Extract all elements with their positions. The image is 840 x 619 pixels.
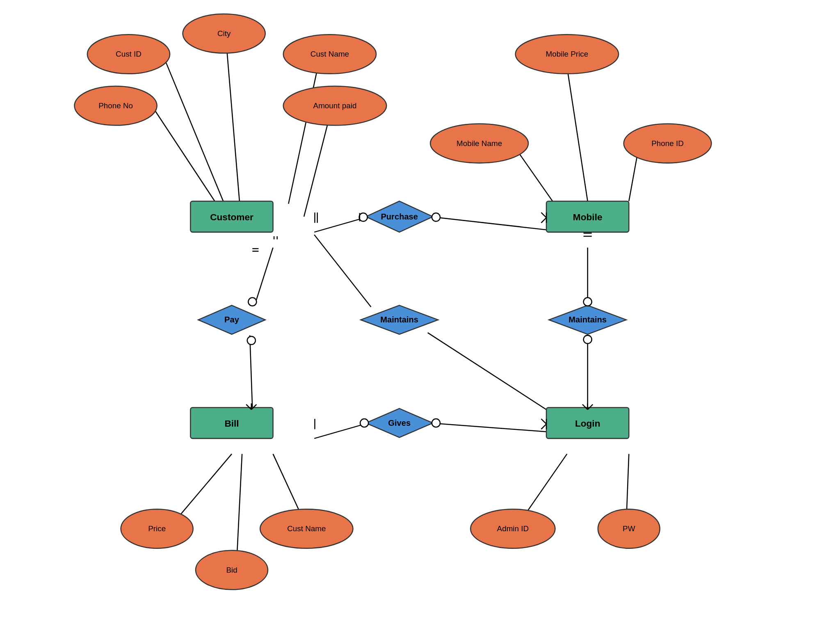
entity-bill-label: Bill: [224, 418, 239, 429]
relationship-maintains-left-label: Maintains: [380, 315, 418, 324]
svg-point-25: [359, 213, 368, 221]
svg-line-18: [175, 454, 232, 521]
relationship-maintains-right-label: Maintains: [568, 315, 607, 324]
attr-price-label: Price: [148, 524, 166, 533]
svg-line-10: [255, 248, 273, 304]
svg-point-47: [584, 335, 592, 343]
attr-pw-label: PW: [623, 524, 635, 533]
svg-line-41: [541, 419, 547, 424]
attr-cust-name-bill-label: Cust Name: [287, 524, 326, 533]
svg-point-27: [432, 213, 440, 221]
svg-point-39: [360, 419, 368, 427]
attr-phone-id-label: Phone ID: [651, 139, 684, 148]
svg-line-2: [288, 59, 319, 204]
svg-line-29: [541, 212, 547, 218]
svg-line-42: [541, 424, 547, 429]
svg-point-46: [584, 298, 592, 306]
er-diagram: Customer Mobile Bill Login Purchase Pay …: [0, 0, 840, 619]
svg-line-12: [314, 235, 371, 307]
svg-line-11: [250, 335, 252, 407]
attr-mobile-name-label: Mobile Name: [457, 139, 502, 148]
svg-point-33: [248, 298, 256, 306]
entity-mobile-label: Mobile: [573, 212, 603, 222]
attr-mobile-price-label: Mobile Price: [546, 50, 589, 58]
relationship-purchase-label: Purchase: [381, 212, 418, 221]
attr-bid-label: Bid: [226, 566, 237, 574]
entity-customer-label: Customer: [210, 212, 253, 222]
attr-admin-id-label: Admin ID: [497, 524, 529, 533]
attr-phone-no-label: Phone No: [98, 101, 133, 110]
attr-cust-name-top-label: Cust Name: [310, 50, 349, 58]
svg-line-1: [226, 46, 239, 201]
entity-login-label: Login: [575, 418, 600, 429]
relationship-pay-label: Pay: [224, 315, 240, 324]
relationship-gives-label: Gives: [388, 418, 411, 427]
svg-point-34: [247, 336, 256, 345]
svg-line-5: [567, 67, 587, 201]
svg-line-20: [237, 454, 242, 557]
svg-line-30: [541, 218, 547, 223]
svg-point-40: [432, 419, 440, 427]
attr-cust-id-label: Cust ID: [116, 50, 142, 58]
attr-amount-paid-label: Amount paid: [313, 101, 357, 110]
attr-city-label: City: [217, 29, 231, 38]
